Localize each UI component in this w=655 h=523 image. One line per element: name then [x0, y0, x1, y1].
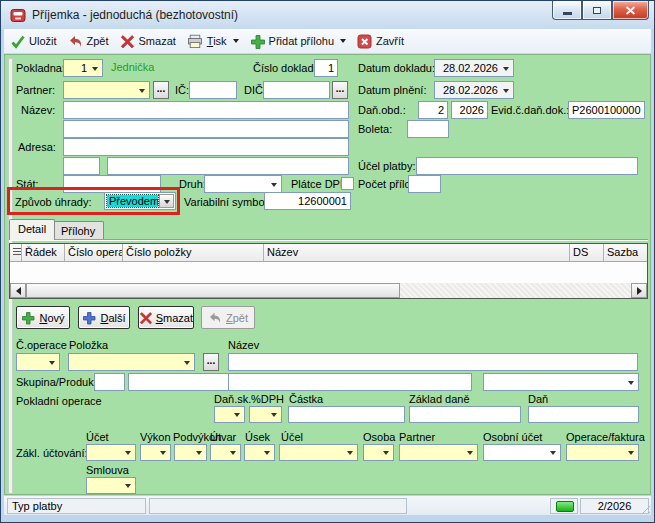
produkt-field[interactable]: [128, 373, 232, 391]
operace-faktura-combo[interactable]: [566, 444, 639, 461]
adresa-field-2[interactable]: [63, 157, 100, 175]
ucel-combo[interactable]: [279, 444, 358, 461]
grid-col-cislo-polozky[interactable]: Číslo položky: [123, 244, 264, 262]
novy-button[interactable]: Nový: [16, 306, 70, 329]
partner-combo[interactable]: [63, 81, 150, 99]
boleta-field[interactable]: [407, 120, 449, 138]
app-window: Příjemka - jednoduchá (bezhotovostní) Ul…: [0, 0, 655, 523]
vykon-combo[interactable]: [140, 444, 171, 461]
grid-selector-column[interactable]: [10, 244, 22, 262]
grid-col-sazba[interactable]: Sazba: [604, 244, 647, 262]
podvykon-combo[interactable]: [174, 444, 207, 461]
nazev-field-1[interactable]: [63, 101, 349, 119]
dic-browse-button[interactable]: ...: [332, 81, 348, 99]
boleta-label: Boleta:: [358, 123, 392, 136]
pokladna-label: Pokladna:: [16, 62, 65, 75]
printer-icon: [187, 34, 203, 49]
grid-col-cislo-operace[interactable]: Číslo operace: [65, 244, 123, 262]
utvar-label: Útvar: [210, 431, 236, 444]
title-bar[interactable]: Příjemka - jednoduchá (bezhotovostní): [1, 1, 654, 29]
restore-button[interactable]: [582, 1, 612, 20]
chevron-down-icon[interactable]: [233, 39, 239, 43]
dalsi-button[interactable]: Další: [78, 306, 130, 329]
add-attachment-button[interactable]: Přidat přílohu: [250, 34, 346, 49]
save-button[interactable]: Uložit: [10, 34, 57, 49]
druh-combo[interactable]: [204, 175, 282, 193]
dan-obd-month-field[interactable]: [418, 101, 448, 119]
close-button[interactable]: [612, 1, 649, 20]
dan-obd-year-field[interactable]: [451, 101, 488, 119]
dan-sk-combo[interactable]: [214, 406, 245, 423]
scrollbar-track[interactable]: [400, 283, 631, 298]
tab-prilohy[interactable]: Přílohy: [52, 221, 104, 240]
undo-label: Zpět: [87, 35, 109, 47]
zaklad-dane-field[interactable]: [409, 406, 521, 423]
ucet-combo[interactable]: [86, 444, 136, 461]
ic-field[interactable]: [189, 81, 237, 99]
zpusob-uhrady-combo[interactable]: Převodem: [104, 192, 176, 210]
partner-browse-button[interactable]: ...: [153, 81, 169, 99]
usek-combo[interactable]: [244, 444, 275, 461]
skupina-produkt-combo[interactable]: [483, 373, 639, 391]
usek-label: Úsek: [245, 431, 270, 444]
druh-label: Druh:: [179, 178, 206, 191]
zpet-radek-label: Zpět: [226, 312, 248, 324]
datum-dokladu-combo[interactable]: 28.02.2026: [434, 59, 514, 77]
operace-faktura-label: Operace/faktura: [566, 431, 645, 444]
print-button[interactable]: Tisk: [187, 34, 239, 49]
tab-detail[interactable]: Detail: [9, 219, 55, 240]
dan-field[interactable]: [528, 406, 639, 423]
skupina-produkt-nazev-field[interactable]: [228, 373, 472, 391]
dph-combo[interactable]: [249, 406, 282, 423]
scroll-left-button[interactable]: [10, 283, 26, 298]
detail-nazev-field[interactable]: [228, 353, 638, 371]
c-operace-combo[interactable]: [16, 353, 60, 371]
chevron-down-icon: [271, 183, 277, 187]
datum-dokladu-label: Datum dokladu:: [358, 62, 435, 75]
grid-col-nazev[interactable]: Název: [264, 244, 570, 262]
dic-field[interactable]: [263, 81, 330, 99]
pocet-priloh-field[interactable]: [408, 175, 441, 193]
grid-empty-row[interactable]: [10, 262, 647, 284]
c-operace-label: Č.operace: [16, 339, 67, 352]
scrollbar-thumb[interactable]: [26, 283, 400, 298]
chevron-down-icon: [125, 451, 131, 455]
combo-arrow-button[interactable]: [159, 194, 174, 208]
osoba-combo[interactable]: [363, 444, 394, 461]
osobni-ucet-combo[interactable]: [483, 444, 561, 461]
chevron-down-icon: [347, 451, 353, 455]
plus-green-icon: [250, 34, 265, 49]
pokladna-combo[interactable]: 1: [63, 59, 103, 77]
skupina-field[interactable]: [94, 373, 125, 391]
close-form-button[interactable]: Zavřít: [357, 34, 404, 49]
utvar-combo[interactable]: [210, 444, 241, 461]
smlouva-combo[interactable]: [86, 477, 136, 494]
ucel-label: Účel: [281, 431, 303, 444]
vykon-label: Výkon: [140, 431, 171, 444]
adresa-field-1[interactable]: [63, 138, 349, 156]
chevron-down-icon[interactable]: [340, 39, 346, 43]
grid-col-radek[interactable]: Řádek: [22, 244, 65, 262]
castka-field[interactable]: [288, 406, 405, 423]
grid-col-ds[interactable]: DS: [570, 244, 604, 262]
adresa-label: Adresa:: [18, 141, 56, 154]
undo-arrow-gray-icon: [208, 311, 222, 325]
scroll-right-button[interactable]: [631, 283, 647, 298]
uct-partner-combo[interactable]: [399, 444, 478, 461]
delete-button[interactable]: Smazat: [120, 34, 176, 49]
smazat-radek-button[interactable]: Smazat: [138, 306, 194, 329]
ucel-platby-field[interactable]: [416, 157, 638, 175]
datum-plneni-combo[interactable]: 28.02.2026: [434, 81, 514, 99]
dan-label: Daň: [528, 393, 548, 406]
polozka-browse-button[interactable]: ...: [203, 353, 219, 371]
undo-button[interactable]: Zpět: [68, 34, 109, 49]
nazev-field-2[interactable]: [63, 120, 349, 138]
adresa-field-3[interactable]: [107, 157, 349, 175]
variabilni-symbol-field[interactable]: [264, 192, 351, 210]
castka-label: Částka: [289, 393, 323, 406]
cislo-dokladu-field[interactable]: [314, 59, 338, 77]
platce-dph-checkbox[interactable]: [341, 177, 354, 190]
polozka-combo[interactable]: [68, 353, 195, 371]
minimize-button[interactable]: [552, 1, 582, 20]
evid-field[interactable]: [568, 101, 645, 119]
